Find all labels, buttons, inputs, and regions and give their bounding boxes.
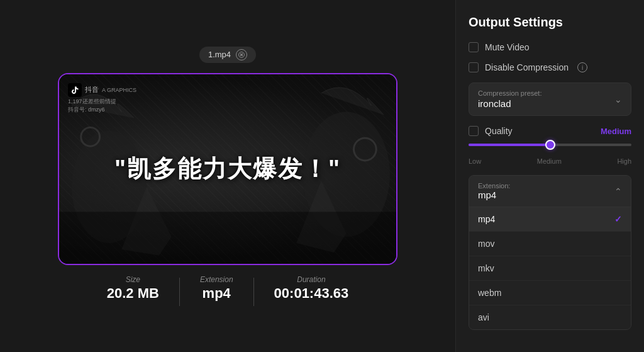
extension-option-webm-label: webm bbox=[478, 288, 501, 298]
right-panel: Output Settings Mute Video Disable Compr… bbox=[455, 0, 644, 352]
extension-option-mp4-checkmark: ✓ bbox=[614, 214, 622, 224]
watermark-line2: 1,197还差些前情提 bbox=[68, 98, 136, 106]
mute-video-row[interactable]: Mute Video bbox=[469, 42, 631, 52]
extension-option-avi[interactable]: avi bbox=[469, 305, 631, 329]
mute-video-checkbox[interactable] bbox=[469, 42, 479, 52]
watermark-account: 抖音号: dmzy6 bbox=[68, 106, 136, 114]
compression-preset-value: ironclad bbox=[478, 98, 622, 109]
extension-info-block: Extension mp4 bbox=[200, 275, 233, 302]
file-tab[interactable]: 1.mp4 bbox=[199, 47, 256, 63]
tiktok-logo-row: 抖音 A GRAPHICS bbox=[68, 83, 136, 97]
output-settings-title: Output Settings bbox=[469, 15, 631, 30]
quality-slider-thumb[interactable] bbox=[545, 140, 555, 150]
extension-option-mkv[interactable]: mkv bbox=[469, 256, 631, 281]
quality-section: Quality Medium Low Medium High bbox=[469, 126, 631, 165]
tiktok-logo-svg bbox=[70, 86, 79, 94]
quality-slider-track bbox=[469, 144, 631, 146]
extension-option-mp4[interactable]: mp4 ✓ bbox=[469, 207, 631, 232]
quality-slider-container[interactable] bbox=[469, 141, 631, 149]
extension-dropdown-header[interactable]: Extension: mp4 ⌃ bbox=[469, 176, 631, 207]
tiktok-icon bbox=[68, 83, 82, 97]
extension-options-list: mp4 ✓ mov mkv webm avi bbox=[469, 207, 631, 329]
compression-preset-label: Compression preset: bbox=[478, 89, 622, 97]
compression-info-icon[interactable]: i bbox=[577, 62, 587, 72]
quality-label: Quality bbox=[485, 126, 513, 136]
extension-option-mov-label: mov bbox=[478, 239, 494, 249]
quality-high-label: High bbox=[617, 157, 631, 165]
divider-2 bbox=[253, 278, 254, 306]
left-panel: 1.mp4 bbox=[0, 0, 455, 352]
extension-value: mp4 bbox=[203, 285, 231, 302]
extension-option-mov[interactable]: mov bbox=[469, 232, 631, 256]
size-label: Size bbox=[126, 275, 140, 284]
video-info-row: Size 20.2 MB Extension mp4 Duration 00:0… bbox=[107, 275, 349, 306]
duration-label: Duration bbox=[297, 275, 325, 284]
compression-preset-select[interactable]: Compression preset: ironclad ⌄ bbox=[469, 82, 631, 116]
disable-compression-checkbox[interactable] bbox=[469, 62, 479, 72]
quality-low-label: Low bbox=[469, 157, 481, 165]
file-tab-name: 1.mp4 bbox=[208, 50, 231, 59]
mute-video-label: Mute Video bbox=[485, 42, 530, 52]
quality-checkbox[interactable] bbox=[469, 126, 479, 136]
extension-option-mp4-label: mp4 bbox=[478, 214, 495, 224]
file-tab-close-button[interactable] bbox=[236, 49, 247, 60]
compression-preset-chevron: ⌄ bbox=[614, 94, 622, 105]
disable-compression-row[interactable]: Disable Compression i bbox=[469, 62, 631, 72]
video-preview: 抖音 A GRAPHICS 1,197还差些前情提 抖音号: dmzy6 "凯多… bbox=[58, 73, 397, 265]
quality-medium-label: Medium bbox=[537, 157, 562, 165]
size-value: 20.2 MB bbox=[107, 285, 159, 302]
extension-dropdown-value: mp4 bbox=[478, 190, 622, 200]
size-info-block: Size 20.2 MB bbox=[107, 275, 159, 302]
duration-info-block: Duration 00:01:43.63 bbox=[274, 275, 349, 302]
quality-checkbox-row[interactable]: Quality bbox=[469, 126, 513, 136]
disable-compression-label: Disable Compression bbox=[485, 62, 569, 72]
extension-label: Extension bbox=[200, 275, 233, 284]
extension-dropdown-label: Extension: bbox=[478, 182, 622, 190]
video-title-text: "凯多能力大爆发！" bbox=[114, 153, 341, 185]
extension-dropdown[interactable]: Extension: mp4 ⌃ mp4 ✓ mov mkv webm avi bbox=[469, 175, 631, 330]
duration-value: 00:01:43.63 bbox=[274, 285, 349, 302]
close-icon bbox=[238, 52, 245, 58]
tiktok-brand-text: 抖音 bbox=[85, 85, 99, 94]
file-tab-row: 1.mp4 bbox=[199, 47, 256, 63]
quality-current-value: Medium bbox=[601, 127, 631, 136]
watermark-extra: A GRAPHICS bbox=[102, 87, 136, 93]
extension-option-webm[interactable]: webm bbox=[469, 281, 631, 305]
quality-slider-labels: Low Medium High bbox=[469, 157, 631, 165]
extension-chevron-up-icon: ⌃ bbox=[614, 186, 622, 196]
quality-slider-fill bbox=[469, 144, 550, 146]
extension-option-mkv-label: mkv bbox=[478, 263, 494, 273]
divider-1 bbox=[179, 278, 180, 306]
extension-option-avi-label: avi bbox=[478, 312, 489, 322]
video-watermark: 抖音 A GRAPHICS 1,197还差些前情提 抖音号: dmzy6 bbox=[68, 83, 136, 114]
quality-header: Quality Medium bbox=[469, 126, 631, 136]
